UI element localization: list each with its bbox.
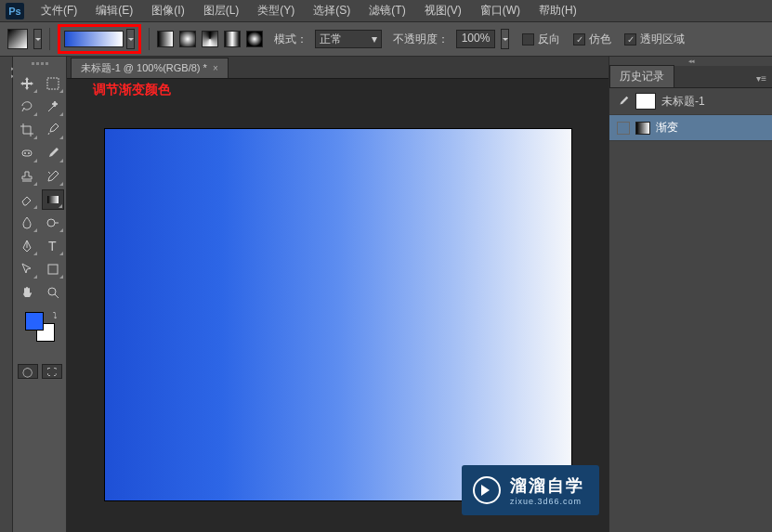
menu-layer[interactable]: 图层(L) bbox=[194, 1, 249, 20]
panel-grip-icon[interactable] bbox=[26, 62, 54, 70]
gradient-tool[interactable] bbox=[42, 189, 64, 210]
svg-point-8 bbox=[48, 288, 56, 295]
main-area: T ⤵ ◯ ⛶ 未标题-1 @ 100%(RGB/8) * × 调节渐变颜色 bbox=[0, 57, 772, 532]
healing-tool[interactable] bbox=[16, 143, 38, 163]
zoom-tool[interactable] bbox=[42, 282, 64, 303]
brush-icon bbox=[617, 95, 630, 108]
separator bbox=[149, 28, 150, 50]
menu-image[interactable]: 图像(I) bbox=[142, 1, 193, 20]
menu-window[interactable]: 窗口(W) bbox=[471, 1, 530, 20]
crop-tool[interactable] bbox=[16, 120, 38, 140]
separator bbox=[49, 28, 50, 50]
foreground-color[interactable] bbox=[25, 312, 44, 331]
menu-select[interactable]: 选择(S) bbox=[304, 1, 360, 20]
unchecked-icon bbox=[522, 33, 534, 45]
document-tab[interactable]: 未标题-1 @ 100%(RGB/8) * × bbox=[71, 58, 229, 78]
history-snapshot[interactable]: 未标题-1 bbox=[609, 88, 772, 115]
menu-type[interactable]: 类型(Y) bbox=[248, 1, 304, 20]
svg-rect-1 bbox=[22, 150, 32, 156]
menu-view[interactable]: 视图(V) bbox=[415, 1, 471, 20]
history-item-label: 未标题-1 bbox=[661, 94, 705, 110]
marquee-tool[interactable] bbox=[42, 73, 64, 94]
transparency-checkbox[interactable]: 透明区域 bbox=[624, 32, 685, 47]
workspace: 未标题-1 @ 100%(RGB/8) * × 调节渐变颜色 溜溜自学 zixu… bbox=[67, 57, 608, 532]
opacity-input[interactable]: 100% bbox=[456, 30, 495, 48]
reverse-label: 反向 bbox=[538, 32, 560, 47]
history-brush-tool[interactable] bbox=[42, 166, 64, 187]
gradient-icon bbox=[635, 122, 650, 135]
svg-point-5 bbox=[47, 219, 55, 227]
history-item-label: 渐变 bbox=[656, 120, 678, 136]
opacity-dropdown[interactable] bbox=[501, 29, 509, 49]
lasso-tool[interactable] bbox=[16, 97, 38, 117]
thumbnail-icon bbox=[635, 93, 656, 110]
swap-colors-icon[interactable]: ⤵ bbox=[53, 311, 58, 320]
svg-rect-4 bbox=[47, 196, 59, 203]
toolbox: T ⤵ ◯ ⛶ bbox=[13, 57, 67, 532]
path-select-tool[interactable] bbox=[16, 259, 38, 279]
svg-rect-0 bbox=[47, 78, 59, 89]
magic-wand-tool[interactable] bbox=[42, 97, 64, 117]
tool-preset-icon[interactable] bbox=[7, 29, 28, 49]
play-icon bbox=[473, 476, 501, 504]
quick-mask-icon[interactable]: ◯ bbox=[18, 364, 38, 379]
watermark-title: 溜溜自学 bbox=[510, 474, 584, 497]
gradient-swatch[interactable] bbox=[64, 31, 124, 47]
left-dock-strip[interactable] bbox=[0, 57, 13, 532]
menu-filter[interactable]: 滤镜(T) bbox=[360, 1, 414, 20]
opacity-label: 不透明度： bbox=[393, 32, 449, 47]
options-bar: 模式： 正常 ▾ 不透明度： 100% 反向 仿色 透明区域 bbox=[0, 22, 772, 57]
document-canvas[interactable] bbox=[105, 129, 571, 500]
menu-help[interactable]: 帮助(H) bbox=[530, 1, 586, 20]
gradient-dropdown[interactable] bbox=[126, 29, 135, 49]
svg-text:T: T bbox=[48, 239, 57, 253]
dodge-tool[interactable] bbox=[42, 213, 64, 233]
eraser-tool[interactable] bbox=[16, 189, 38, 210]
expand-icon bbox=[2, 60, 10, 70]
close-icon[interactable]: × bbox=[213, 63, 218, 73]
checked-icon bbox=[573, 33, 585, 45]
shape-tool[interactable] bbox=[42, 259, 64, 279]
document-tab-title: 未标题-1 @ 100%(RGB/8) * bbox=[81, 61, 207, 75]
blur-tool[interactable] bbox=[16, 213, 38, 233]
mode-value: 正常 bbox=[320, 32, 342, 47]
checked-icon bbox=[624, 33, 636, 45]
panel-menu-icon[interactable]: ▾≡ bbox=[751, 70, 772, 87]
document-tab-bar: 未标题-1 @ 100%(RGB/8) * × bbox=[67, 57, 608, 79]
transparency-label: 透明区域 bbox=[640, 32, 685, 47]
mode-select[interactable]: 正常 ▾ bbox=[315, 30, 382, 48]
app-logo-icon: Ps bbox=[6, 3, 24, 19]
reverse-checkbox[interactable]: 反向 bbox=[522, 32, 560, 47]
gradient-diamond-icon[interactable] bbox=[246, 31, 263, 47]
right-panel: 历史记录 ▾≡ 未标题-1 渐变 bbox=[608, 57, 772, 532]
gradient-picker-highlight bbox=[58, 24, 141, 54]
pen-tool[interactable] bbox=[16, 236, 38, 256]
gradient-radial-icon[interactable] bbox=[179, 31, 196, 47]
type-tool[interactable]: T bbox=[42, 236, 64, 256]
menu-file[interactable]: 文件(F) bbox=[32, 1, 86, 20]
history-tab[interactable]: 历史记录 bbox=[609, 65, 674, 87]
menu-bar: Ps 文件(F) 编辑(E) 图像(I) 图层(L) 类型(Y) 选择(S) 滤… bbox=[0, 0, 772, 22]
panel-tab-row: 历史记录 ▾≡ bbox=[609, 66, 772, 88]
hand-tool[interactable] bbox=[16, 282, 38, 303]
gradient-linear-icon[interactable] bbox=[157, 31, 174, 47]
svg-point-3 bbox=[28, 152, 30, 154]
gradient-reflected-icon[interactable] bbox=[224, 31, 241, 47]
mode-label: 模式： bbox=[274, 32, 307, 47]
watermark: 溜溜自学 zixue.3d66.com bbox=[462, 465, 599, 515]
color-swatches[interactable]: ⤵ bbox=[25, 312, 55, 342]
watermark-sub: zixue.3d66.com bbox=[510, 497, 584, 506]
tool-preset-dropdown[interactable] bbox=[33, 29, 42, 49]
dither-label: 仿色 bbox=[589, 32, 611, 47]
history-step[interactable]: 渐变 bbox=[609, 115, 772, 141]
move-tool[interactable] bbox=[16, 73, 38, 94]
dither-checkbox[interactable]: 仿色 bbox=[573, 32, 611, 47]
step-box-icon bbox=[617, 122, 630, 135]
brush-tool[interactable] bbox=[42, 143, 64, 163]
screen-mode-icon[interactable]: ⛶ bbox=[42, 364, 62, 379]
stamp-tool[interactable] bbox=[16, 166, 38, 187]
svg-point-2 bbox=[24, 152, 26, 154]
menu-edit[interactable]: 编辑(E) bbox=[86, 1, 142, 20]
gradient-angle-icon[interactable] bbox=[202, 31, 218, 47]
eyedropper-tool[interactable] bbox=[42, 120, 64, 140]
